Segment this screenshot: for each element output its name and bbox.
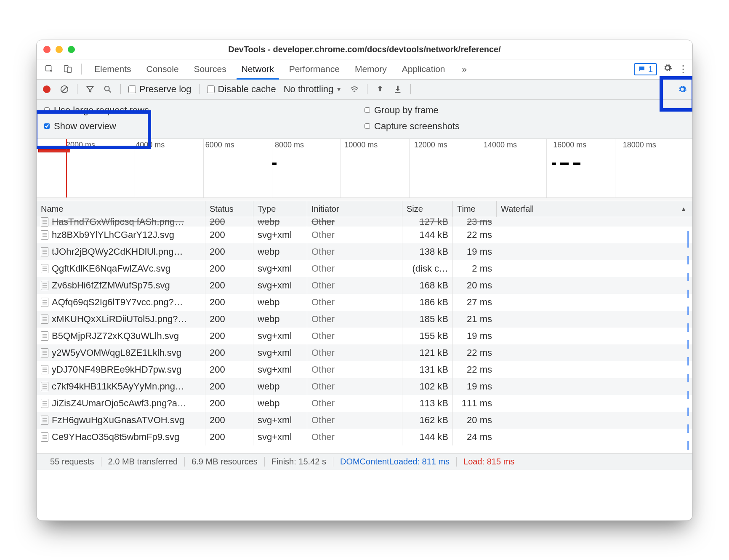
request-name: Zv6sbHi6fZfZMWufSp75.svg <box>52 280 170 291</box>
request-initiator: Other <box>307 294 402 311</box>
capture-screenshots-checkbox[interactable]: Capture screenshots <box>364 121 685 132</box>
clear-icon[interactable] <box>59 84 69 94</box>
tab-application[interactable]: Application <box>394 59 453 79</box>
request-size: 162 kB <box>402 412 452 429</box>
table-row[interactable]: Zv6sbHi6fZfZMWufSp75.svg200svg+xmlOther1… <box>37 277 692 294</box>
tab-sources[interactable]: Sources <box>186 59 234 79</box>
disable-cache-checkbox[interactable]: Disable cache <box>207 84 276 95</box>
request-initiator: Other <box>307 378 402 395</box>
file-icon <box>41 298 48 307</box>
tab-network[interactable]: Network <box>234 59 282 79</box>
col-waterfall[interactable]: Waterfall ▲ <box>496 201 692 217</box>
request-time: 21 ms <box>452 311 496 328</box>
minimize-icon[interactable] <box>56 46 63 53</box>
file-icon <box>41 382 48 391</box>
table-row[interactable]: y2W5yVOMWqgL8ZE1Lklh.svg200svg+xmlOther1… <box>37 344 692 361</box>
request-size: 127 kB <box>402 217 452 227</box>
throttling-select[interactable]: No throttling ▼ <box>284 84 342 95</box>
table-row[interactable]: JiZisZ4UmarOjo5cAwf3.png?a…200webpOther1… <box>37 395 692 412</box>
status-finish: Finish: 15.42 s <box>264 457 333 467</box>
request-initiator: Other <box>307 344 402 361</box>
table-row[interactable]: yDJ70NF49BREe9kHD7pw.svg200svg+xmlOther1… <box>37 361 692 378</box>
table-row[interactable]: QgftKdlKE6NqaFwlZAVc.svg200svg+xmlOther(… <box>37 260 692 277</box>
col-status[interactable]: Status <box>205 201 253 217</box>
col-type[interactable]: Type <box>253 201 307 217</box>
request-type: svg+xml <box>253 277 307 294</box>
request-size: 185 kB <box>402 311 452 328</box>
request-initiator: Other <box>307 412 402 429</box>
request-time: 20 ms <box>452 277 496 294</box>
issues-chip[interactable]: 1 <box>634 63 657 75</box>
request-size: 121 kB <box>402 344 452 361</box>
close-icon[interactable] <box>43 46 51 53</box>
table-row[interactable]: c7kf94kHB11kK5AyYyMn.png…200webpOther102… <box>37 378 692 395</box>
more-menu-icon[interactable]: ⋮ <box>678 63 688 75</box>
issues-count: 1 <box>648 64 653 74</box>
inspect-icon[interactable] <box>41 64 58 74</box>
tabs-overflow[interactable]: » <box>454 59 474 79</box>
request-table[interactable]: HasTnd7GxWfipcsq fASh.png…200webpOther12… <box>37 217 692 453</box>
tab-elements[interactable]: Elements <box>87 59 139 79</box>
network-settings-gear-icon[interactable] <box>677 84 687 94</box>
request-size: 186 kB <box>402 294 452 311</box>
status-resources: 6.9 MB resources <box>184 457 264 467</box>
col-initiator[interactable]: Initiator <box>307 201 402 217</box>
request-name: c7kf94kHB11kK5AyYyMn.png… <box>52 381 184 392</box>
request-size: 131 kB <box>402 361 452 378</box>
table-row[interactable]: AQfq69qS2Ig6lT9Y7vcc.png?…200webpOther18… <box>37 294 692 311</box>
table-row[interactable]: B5QMjpRJZ72xKQ3uWLlh.svg200svg+xmlOther1… <box>37 328 692 344</box>
upload-har-icon[interactable] <box>375 84 385 94</box>
table-row[interactable]: HasTnd7GxWfipcsq fASh.png…200webpOther12… <box>37 217 692 227</box>
sort-asc-icon: ▲ <box>681 205 686 212</box>
maximize-icon[interactable] <box>68 46 75 53</box>
request-status: 200 <box>205 361 253 378</box>
device-toggle-icon[interactable] <box>59 64 76 74</box>
request-type: webp <box>253 243 307 260</box>
overview-timeline[interactable]: 2000 ms4000 ms6000 ms8000 ms10000 ms1200… <box>37 139 692 201</box>
tab-console[interactable]: Console <box>139 59 186 79</box>
filter-icon[interactable] <box>85 84 95 94</box>
group-by-frame-checkbox[interactable]: Group by frame <box>364 105 685 116</box>
svg-rect-2 <box>67 67 71 72</box>
request-status: 200 <box>205 344 253 361</box>
table-row[interactable]: xMKUHQxXLiRDiiUTol5J.png?…200webpOther18… <box>37 311 692 328</box>
col-time[interactable]: Time <box>452 201 496 217</box>
file-icon <box>41 432 48 442</box>
request-time: 22 ms <box>452 344 496 361</box>
settings-gear-icon[interactable] <box>663 63 672 75</box>
large-request-rows-checkbox[interactable]: Use large request rows <box>44 105 364 116</box>
file-icon <box>41 331 48 341</box>
record-button[interactable] <box>42 84 52 94</box>
request-initiator: Other <box>307 217 402 227</box>
preserve-log-checkbox[interactable]: Preserve log <box>128 84 192 95</box>
request-time: 20 ms <box>452 412 496 429</box>
status-dcl: DOMContentLoaded: 811 ms <box>333 457 456 467</box>
request-initiator: Other <box>307 243 402 260</box>
request-initiator: Other <box>307 361 402 378</box>
table-row[interactable]: Ce9YHacO35q8t5wbmFp9.svg200svg+xmlOther1… <box>37 429 692 445</box>
search-icon[interactable] <box>103 84 113 94</box>
table-row[interactable]: FzH6gwuHgXuGnasATVOH.svg200svg+xmlOther1… <box>37 412 692 429</box>
download-har-icon[interactable] <box>393 84 403 94</box>
request-name: xMKUHQxXLiRDiiUTol5J.png?… <box>52 314 187 325</box>
network-conditions-icon[interactable] <box>349 84 359 94</box>
tab-memory[interactable]: Memory <box>347 59 394 79</box>
request-name: QgftKdlKE6NqaFwlZAVc.svg <box>52 263 170 274</box>
col-name[interactable]: Name <box>37 201 205 217</box>
request-status: 200 <box>205 217 253 227</box>
col-size[interactable]: Size <box>402 201 452 217</box>
table-row[interactable]: hz8BXb9YlYLhCGarY12J.svg200svg+xmlOther1… <box>37 227 692 243</box>
show-overview-checkbox[interactable]: Show overview <box>44 121 364 132</box>
request-status: 200 <box>205 378 253 395</box>
request-type: webp <box>253 294 307 311</box>
tab-performance[interactable]: Performance <box>282 59 347 79</box>
request-size: (disk c… <box>402 260 452 277</box>
file-icon <box>41 281 48 290</box>
request-status: 200 <box>205 227 253 243</box>
request-status: 200 <box>205 395 253 412</box>
status-bar: 55 requests 2.0 MB transferred 6.9 MB re… <box>37 453 692 470</box>
request-time: 27 ms <box>452 294 496 311</box>
request-type: svg+xml <box>253 344 307 361</box>
request-name: Ce9YHacO35q8t5wbmFp9.svg <box>52 432 179 443</box>
table-row[interactable]: tJOhr2jBQWy2CdKHDlUl.png…200webpOther138… <box>37 243 692 260</box>
